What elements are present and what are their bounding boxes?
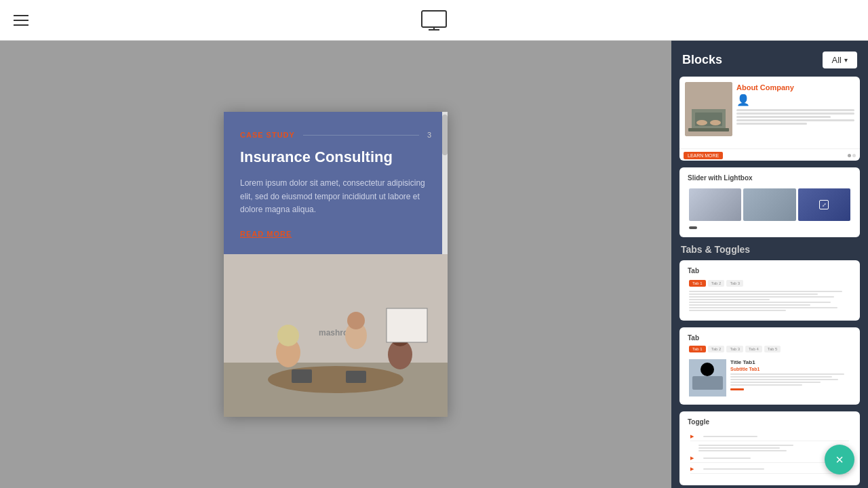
toggle-lines-2 (703, 458, 751, 459)
text-line (736, 116, 831, 118)
slider-img-1 (689, 188, 741, 221)
tab-line (689, 296, 834, 298)
tab-pill-1: Tab 1 (689, 346, 706, 352)
tab2-accent-line (730, 388, 744, 390)
tab1-row: Tab 1 Tab 2 Tab 3 (689, 280, 850, 287)
right-sidebar: Blocks All (671, 41, 868, 488)
block-about-footer: LEARN MORE (679, 148, 860, 161)
text-line (736, 123, 807, 125)
tab2-line (730, 379, 838, 380)
tab-pill-3: Tab 3 (726, 346, 743, 352)
tab2-block-title: Title Tab1 (730, 359, 850, 365)
block-slider-preview: ⤢ (685, 184, 854, 225)
block-item-tab-1[interactable]: Tab Tab 1 Tab 2 Tab 3 (679, 260, 860, 321)
tab-line (689, 304, 810, 306)
dot (852, 154, 856, 157)
case-study-label: CASE STUDY (240, 131, 295, 139)
svg-rect-8 (346, 371, 366, 383)
card-title: Insurance Consulting (240, 148, 431, 166)
tab-pill: Tab 3 (726, 280, 743, 287)
block-about-text: About Company 👤 (736, 82, 854, 126)
close-button[interactable]: × (825, 445, 854, 474)
text-line (736, 113, 854, 115)
tab2-line (730, 376, 832, 378)
svg-rect-23 (692, 376, 723, 390)
svg-point-10 (277, 325, 299, 346)
toggle-arrow-1: ▶ (690, 434, 694, 439)
all-filter-button[interactable]: All (823, 52, 857, 68)
block-tab2-inner: Tab Tab 1 Tab 2 Tab 3 Tab 4 Tab 5 (679, 327, 860, 405)
tab-pill-4: Tab 4 (745, 346, 762, 352)
slider-img-2 (743, 188, 795, 221)
close-icon: × (835, 453, 844, 466)
person-icon: 👤 (736, 94, 750, 106)
block-about-preview: About Company 👤 (685, 82, 854, 143)
svg-point-24 (701, 363, 714, 376)
svg-point-12 (347, 312, 365, 329)
header (0, 0, 868, 41)
tab-pill: Tab 2 (708, 280, 725, 287)
main-layout: CASE STUDY 3 Insurance Consulting Lorem … (0, 41, 868, 488)
case-study-divider (303, 135, 419, 136)
preview-card: CASE STUDY 3 Insurance Consulting Lorem … (224, 112, 448, 417)
toggle-row-3: ▶ (690, 465, 849, 474)
toggle-lines-3 (703, 468, 764, 470)
sidebar-header: Blocks All (671, 41, 868, 77)
toggle-arrow-2: ▶ (690, 455, 694, 461)
tab-line (689, 310, 786, 311)
card-content-section: CASE STUDY 3 Insurance Consulting Lorem … (224, 112, 448, 254)
block-tab2-preview: Title Tab1 Subtitle Tab1 (685, 357, 854, 399)
block-item-tab-2[interactable]: Tab Tab 1 Tab 2 Tab 3 Tab 4 Tab 5 (679, 327, 860, 405)
block-about-image (685, 82, 732, 136)
tab2-lines (730, 373, 850, 386)
tab-pill-active: Tab 1 (689, 280, 706, 287)
tab2-row: Tab 1 Tab 2 Tab 3 Tab 4 Tab 5 (685, 344, 854, 354)
toggle-line (698, 450, 787, 451)
dot (848, 154, 851, 157)
toggle-line (698, 445, 793, 446)
canvas-area: CASE STUDY 3 Insurance Consulting Lorem … (0, 41, 671, 488)
tab-line (689, 299, 770, 300)
toggle-arrow-3: ▶ (690, 466, 694, 472)
block-about-lines (736, 109, 854, 125)
tab2-line (730, 384, 802, 386)
block-tab1-inner: Tab Tab 1 Tab 2 Tab 3 (679, 260, 860, 321)
block-item-about-company[interactable]: About Company 👤 (679, 77, 860, 161)
sidebar-scroll[interactable]: About Company 👤 (671, 77, 868, 488)
tab-pill-2: Tab 2 (708, 346, 725, 352)
text-line (736, 119, 854, 121)
block-toggle-label: Toggle (685, 417, 854, 428)
read-more-link[interactable]: READ MORE (240, 230, 431, 238)
block-tab1-preview: Tab 1 Tab 2 Tab 3 (685, 277, 854, 315)
svg-rect-15 (387, 308, 427, 342)
block-tab2-label: Tab (685, 333, 854, 344)
slider-img-3: ⤢ (798, 188, 850, 221)
block-about-dots (848, 154, 856, 157)
menu-button[interactable] (14, 15, 28, 26)
svg-point-21 (710, 120, 721, 125)
block-item-slider-lightbox[interactable]: Slider with Lightbox ⤢ (679, 167, 860, 237)
block-about-inner: About Company 👤 (679, 77, 860, 148)
toggle-line (703, 468, 764, 470)
tab2-line (730, 373, 844, 375)
monitor-icon (420, 9, 448, 31)
tab-line (689, 307, 837, 308)
toggle-line (703, 436, 757, 437)
sidebar-title: Blocks (682, 53, 722, 67)
block-about-cta: LEARN MORE (684, 152, 723, 159)
tab2-text: Title Tab1 Subtitle Tab1 (730, 359, 850, 390)
tab2-image (689, 359, 726, 396)
tab-pill-5: Tab 5 (764, 346, 781, 352)
tab-line (689, 293, 818, 295)
toggle-content-1 (690, 443, 849, 454)
toggle-lines-1 (703, 436, 757, 437)
card-body: Lorem ipsum dolor sit amet, consectetur … (240, 177, 431, 216)
block-slider-inner: Slider with Lightbox ⤢ (679, 167, 860, 237)
svg-point-20 (696, 120, 707, 125)
case-study-row: CASE STUDY 3 (240, 131, 431, 139)
text-line (736, 109, 854, 111)
toggle-row-1: ▶ (690, 432, 849, 441)
tab1-content (689, 289, 850, 312)
block-slider-label: Slider with Lightbox (685, 173, 854, 184)
meeting-scene: mashroom5 (224, 254, 448, 417)
